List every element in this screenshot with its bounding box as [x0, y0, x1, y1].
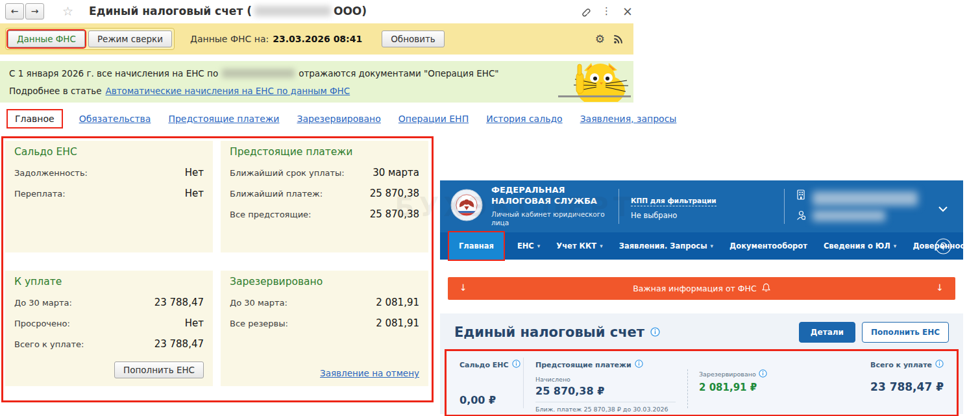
blurred-tax-name	[222, 69, 295, 78]
banner-line2: Подробнее в статье Автоматические начисл…	[9, 86, 350, 96]
fns-section-title: Единый налоговый счет	[454, 324, 644, 340]
stat-upcoming: Предстоящие платежи Начислено 25 870,38 …	[524, 351, 687, 415]
chevron-down-icon[interactable]	[938, 202, 948, 215]
forward-button[interactable]: →	[25, 3, 44, 19]
topup-ens-button-fns[interactable]: Пополнить ЕНС	[862, 322, 949, 343]
card-row: Ближайший платеж: 25 870,38	[230, 188, 419, 199]
card-title: Сальдо ЕНС	[14, 146, 204, 158]
tab-predstoyashchie-platezhi[interactable]: Предстоящие платежи	[168, 114, 279, 124]
tab-zarezervirovano[interactable]: Зарезервировано	[297, 114, 380, 124]
fns-stats-card: Сальдо ЕНС 0,00 ₽ Предстоящие платежи На…	[447, 351, 957, 415]
nav-glavnaya[interactable]: Главная	[449, 232, 504, 260]
bell-icon	[762, 283, 770, 294]
info-icon[interactable]	[759, 369, 767, 379]
banner-line1-text-b: отражаются документами "Операция ЕНС"	[299, 68, 498, 79]
banner-line1-text-a: С 1 января 2026 г. все начисления на ЕНС…	[9, 68, 218, 79]
card-row: Переплата: Нет	[14, 188, 204, 199]
compare-mode-button[interactable]: Режим сверки	[88, 31, 172, 47]
tab-glavnoe[interactable]: Главное	[8, 110, 62, 127]
window-header: ← → ☆ Единый налоговый счет ( ООО) ⋮ ×	[0, 0, 980, 22]
down-arrow-icon[interactable]: ↓	[936, 282, 944, 293]
rss-icon[interactable]	[613, 34, 623, 44]
stat-saldo-label-wrap: Сальдо ЕНС	[459, 360, 523, 370]
nav-label: Заявления. Запросы	[619, 241, 707, 251]
card-row: Просрочено: Нет	[14, 317, 204, 329]
card-row: До 30 марта: 2 081,91	[230, 297, 419, 308]
fns-logo-icon	[450, 189, 483, 224]
fns-org-name-line2: НАЛОГОВАЯ СЛУЖБА	[491, 196, 607, 207]
person-icon	[796, 210, 806, 223]
card-title: Зарезервировано	[230, 276, 419, 288]
stat-accrued-value: 25 870,38 ₽	[535, 385, 676, 397]
fns-data-button[interactable]: Данные ФНС	[8, 31, 85, 47]
row-label: Переплата:	[14, 189, 66, 199]
row-label: Все резервы:	[230, 319, 288, 328]
nav-svedeniya-o-yul[interactable]: Сведения о ЮЛ▾	[824, 232, 896, 260]
card-row: До 30 марта: 23 788,47	[14, 297, 204, 308]
header-divider	[619, 189, 619, 224]
info-icon[interactable]	[650, 324, 660, 340]
card-row: Все предстоящие: 25 870,38	[230, 208, 419, 220]
forward-arrow-icon: →	[31, 6, 39, 16]
topup-ens-button-1c[interactable]: Пополнить ЕНС	[114, 361, 204, 378]
fns-nav-bar: Главная ЕНС▾ Учет ККТ▾ Заявления. Запрос…	[440, 232, 963, 260]
alert-label-wrap: Важная информация от ФНС	[633, 283, 770, 294]
fns-org-name: ФЕДЕРАЛЬНАЯ НАЛОГОВАЯ СЛУЖБА	[491, 185, 607, 207]
blurred-company-name	[254, 6, 331, 16]
down-arrow-icon[interactable]: ↓	[459, 282, 467, 293]
nav-ens[interactable]: ЕНС▾	[517, 232, 540, 260]
link-icon[interactable]	[580, 6, 591, 17]
mode-toggle-group: Данные ФНС Режим сверки	[5, 28, 175, 50]
tab-obyazatelstva[interactable]: Обязательства	[79, 114, 151, 124]
card-upcoming-payments: Предстоящие платежи Ближайший срок уплат…	[221, 141, 428, 252]
info-banner: С 1 января 2026 г. все начисления на ЕНС…	[0, 61, 633, 103]
page-title-suffix: ООО)	[334, 5, 367, 18]
card-row: Все резервы: 2 081,91	[230, 317, 419, 329]
info-icon[interactable]	[512, 360, 521, 370]
info-icon[interactable]	[635, 360, 643, 370]
fns-alert-banner[interactable]: ↓ Важная информация от ФНС ↓	[448, 277, 955, 300]
alert-label: Важная информация от ФНС	[633, 284, 756, 293]
back-arrow-icon: ←	[11, 6, 19, 16]
row-value: 2 081,91	[376, 317, 419, 329]
nav-dokumentooborot[interactable]: Документооборот	[729, 232, 807, 260]
back-button[interactable]: ←	[5, 3, 24, 19]
gear-icon[interactable]: ⚙	[595, 32, 605, 45]
stat-total-label: Всего к уплате	[870, 361, 932, 369]
tab-zayavleniya-zaprosy[interactable]: Заявления, запросы	[580, 114, 677, 124]
close-icon[interactable]: ×	[622, 4, 633, 18]
row-value: Нет	[185, 167, 204, 178]
dropdown-caret-icon: ▾	[600, 243, 603, 249]
lightbulb-help-icon[interactable]	[935, 238, 951, 257]
fns-data-date-value: 23.03.2026 08:41	[273, 34, 362, 44]
info-icon[interactable]	[935, 360, 944, 370]
banner-article-link[interactable]: Автоматические начисления на ЕНС по данн…	[106, 86, 350, 96]
tab-operacii-enp[interactable]: Операции ЕНП	[398, 114, 469, 124]
fns-ens-panel: Единый налоговый счет Детали Пополнить Е…	[440, 313, 963, 414]
blurred-company	[813, 191, 918, 206]
favorite-star-icon[interactable]: ☆	[62, 4, 73, 18]
nav-label: Учет ККТ	[556, 241, 596, 251]
row-value: 25 870,38	[370, 208, 419, 220]
fns-toolbar: Данные ФНС Режим сверки Данные ФНС на: 2…	[0, 23, 633, 55]
card-row: Задолженность: Нет	[14, 167, 204, 178]
nav-uchet-kkt[interactable]: Учет ККТ▾	[556, 232, 602, 260]
page-title-prefix: Единый налоговый счет (	[89, 5, 252, 18]
kpp-filter-label[interactable]: КПП для фильтрации	[631, 197, 717, 206]
fns-org-block: ФЕДЕРАЛЬНАЯ НАЛОГОВАЯ СЛУЖБА Личный каби…	[491, 185, 607, 227]
refresh-button[interactable]: Обновить	[382, 31, 445, 47]
nav-zayavleniya-zaprosy[interactable]: Заявления. Запросы▾	[619, 232, 713, 260]
row-label: До 30 марта:	[230, 298, 288, 308]
row-value: 23 788,47	[154, 297, 204, 308]
stat-next-payment: Ближ. платеж 25 870,38 ₽ до 30.03.2026	[535, 402, 676, 413]
stat-saldo-value: 0,00 ₽	[459, 394, 523, 406]
tab-istoriya-saldo[interactable]: История сальдо	[486, 114, 562, 124]
kebab-menu-icon[interactable]: ⋮	[602, 5, 611, 17]
stat-saldo-label: Сальдо ЕНС	[459, 361, 509, 369]
stat-reserved-label-wrap: Зарезервировано	[699, 369, 767, 379]
building-icon	[796, 190, 806, 202]
details-button[interactable]: Детали	[799, 322, 855, 343]
fns-org-name-line1: ФЕДЕРАЛЬНАЯ	[491, 185, 607, 196]
cancel-application-link[interactable]: Заявление на отмену	[320, 368, 419, 378]
page-title: Единый налоговый счет ( ООО)	[89, 5, 367, 18]
